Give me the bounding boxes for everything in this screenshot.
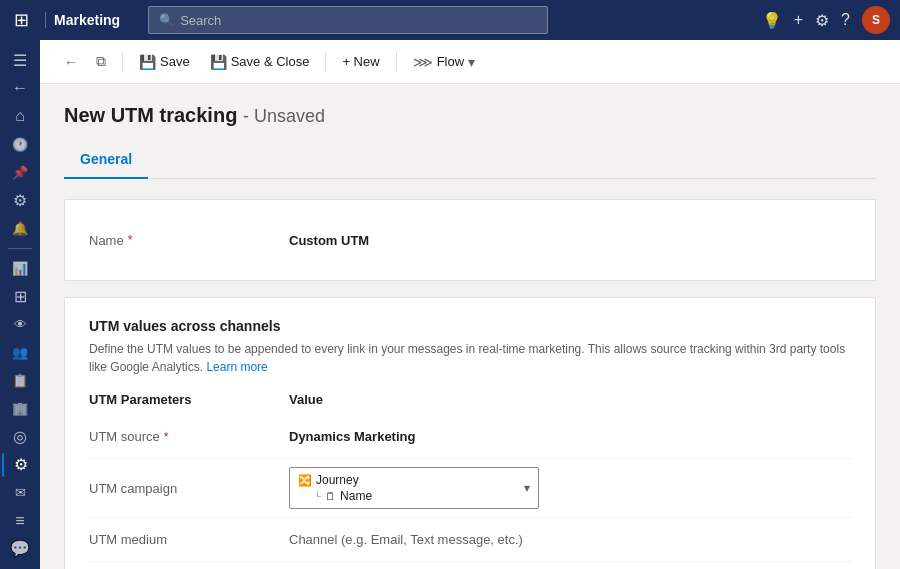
learn-more-link[interactable]: Learn more	[206, 360, 267, 374]
utm-medium-label: UTM medium	[89, 532, 289, 547]
sidebar-pin-icon[interactable]: 📌	[2, 160, 38, 184]
nav-actions: 💡 + ⚙ ? S	[762, 6, 890, 34]
dropdown-tree-row-name: └ 🗒 Name	[298, 488, 524, 504]
utm-source-required: *	[164, 430, 169, 444]
utm-table-header: UTM Parameters Value	[89, 392, 851, 407]
name-form-card: Name * Custom UTM	[64, 199, 876, 281]
sidebar-marketing-icon[interactable]: ⚙	[2, 453, 38, 477]
utm-col-value-header: Value	[289, 392, 851, 407]
page-content: New UTM tracking - Unsaved General Name …	[40, 84, 900, 569]
tab-general[interactable]: General	[64, 143, 148, 179]
utm-section-desc: Define the UTM values to be appended to …	[89, 340, 851, 376]
toolbar-separator-2	[325, 52, 326, 72]
toolbar: ← ⧉ 💾 Save 💾 Save & Close + New ⋙	[40, 40, 900, 84]
sidebar-recent-icon[interactable]: 🕐	[2, 132, 38, 156]
flow-icon: ⋙	[413, 54, 433, 70]
sidebar-chart-icon[interactable]: 📊	[2, 257, 38, 281]
save-close-button[interactable]: 💾 Save & Close	[202, 46, 318, 78]
sidebar-list-icon[interactable]: 📋	[2, 369, 38, 393]
utm-medium-value: Channel (e.g. Email, Text message, etc.)	[289, 532, 851, 547]
flow-button[interactable]: ⋙ Flow ▾	[405, 46, 483, 78]
save-close-icon: 💾	[210, 54, 227, 70]
app-module-name: Marketing	[45, 12, 120, 28]
help-icon[interactable]: ?	[841, 11, 850, 29]
tabs: General	[64, 143, 876, 179]
utm-campaign-dropdown[interactable]: 🔀 Journey └ 🗒 Name	[289, 467, 539, 509]
search-bar[interactable]: 🔍	[148, 6, 548, 34]
utm-source-label: UTM source *	[89, 429, 289, 444]
sidebar-email-icon[interactable]: ✉	[2, 481, 38, 505]
utm-section: UTM values across channels Define the UT…	[64, 297, 876, 569]
dropdown-tree-row-journey: 🔀 Journey	[298, 472, 524, 488]
utm-col-params-header: UTM Parameters	[89, 392, 289, 407]
search-input[interactable]	[180, 13, 537, 28]
back-button[interactable]: ←	[56, 46, 86, 78]
add-icon[interactable]: +	[794, 11, 803, 29]
back-icon: ←	[64, 54, 78, 70]
journey-icon: 🔀	[298, 474, 312, 487]
flow-chevron-icon: ▾	[468, 54, 475, 70]
sidebar-org-icon[interactable]: 🏢	[2, 397, 38, 421]
nav-arrows: ← ⧉	[56, 46, 114, 78]
name-required-star: *	[128, 233, 133, 247]
name-value[interactable]: Custom UTM	[289, 233, 851, 248]
utm-campaign-label: UTM campaign	[89, 481, 289, 496]
sidebar-notifications-icon[interactable]: 🔔	[2, 216, 38, 240]
toolbar-separator-3	[396, 52, 397, 72]
duplicate-icon: ⧉	[96, 53, 106, 70]
search-icon: 🔍	[159, 13, 174, 27]
save-icon: 💾	[139, 54, 156, 70]
name-icon: 🗒	[325, 490, 336, 502]
sidebar-lines-icon[interactable]: ≡	[2, 509, 38, 533]
dropdown-tree: 🔀 Journey └ 🗒 Name	[298, 472, 524, 504]
sidebar-divider	[8, 248, 32, 249]
flow-label: Flow	[437, 54, 464, 69]
toolbar-separator-1	[122, 52, 123, 72]
save-close-label: Save & Close	[231, 54, 310, 69]
sidebar-back-icon[interactable]: ←	[2, 76, 38, 100]
sidebar-home-icon[interactable]: ⌂	[2, 104, 38, 128]
save-button[interactable]: 💾 Save	[131, 46, 198, 78]
tree-indent-icon: └	[314, 491, 321, 502]
sidebar-grid-icon[interactable]: ⊞	[2, 285, 38, 309]
avatar[interactable]: S	[862, 6, 890, 34]
top-navigation: ⊞ Marketing 🔍 💡 + ⚙ ? S	[0, 0, 900, 40]
sidebar-eye-icon[interactable]: 👁	[2, 313, 38, 337]
utm-source-value: Dynamics Marketing	[289, 429, 851, 444]
sidebar: ☰ ← ⌂ 🕐 📌 ⚙ 🔔 📊 ⊞ 👁 👥 📋 🏢 ◎ ⚙ ✉ ≡ 💬	[0, 40, 40, 569]
settings-icon[interactable]: ⚙	[815, 11, 829, 30]
duplicate-button[interactable]: ⧉	[88, 46, 114, 78]
new-label: + New	[342, 54, 379, 69]
utm-campaign-row: UTM campaign 🔀 Journey	[89, 459, 851, 518]
new-button[interactable]: + New	[334, 46, 387, 78]
main-content: ← ⧉ 💾 Save 💾 Save & Close + New ⋙	[40, 40, 900, 569]
unsaved-label: - Unsaved	[243, 106, 325, 126]
page-title: New UTM tracking - Unsaved	[64, 104, 876, 127]
save-label: Save	[160, 54, 190, 69]
sidebar-settings-icon[interactable]: ⚙	[2, 188, 38, 212]
name-label: Name *	[89, 233, 289, 248]
name-field-row: Name * Custom UTM	[89, 220, 851, 260]
sidebar-menu-icon[interactable]: ☰	[2, 48, 38, 72]
lightbulb-icon[interactable]: 💡	[762, 11, 782, 30]
utm-content-row: UTM content Message name	[89, 562, 851, 569]
dropdown-content: 🔀 Journey └ 🗒 Name	[298, 472, 524, 504]
dropdown-chevron-icon: ▾	[524, 481, 530, 495]
utm-medium-row: UTM medium Channel (e.g. Email, Text mes…	[89, 518, 851, 562]
sidebar-segments-icon[interactable]: ◎	[2, 425, 38, 449]
utm-section-title: UTM values across channels	[89, 318, 851, 334]
utm-campaign-value: 🔀 Journey └ 🗒 Name	[289, 467, 851, 509]
suite-icon[interactable]: ⊞	[10, 5, 33, 35]
sidebar-chat-icon[interactable]: 💬	[2, 537, 38, 561]
utm-source-row: UTM source * Dynamics Marketing	[89, 415, 851, 459]
sidebar-people-icon[interactable]: 👥	[2, 341, 38, 365]
